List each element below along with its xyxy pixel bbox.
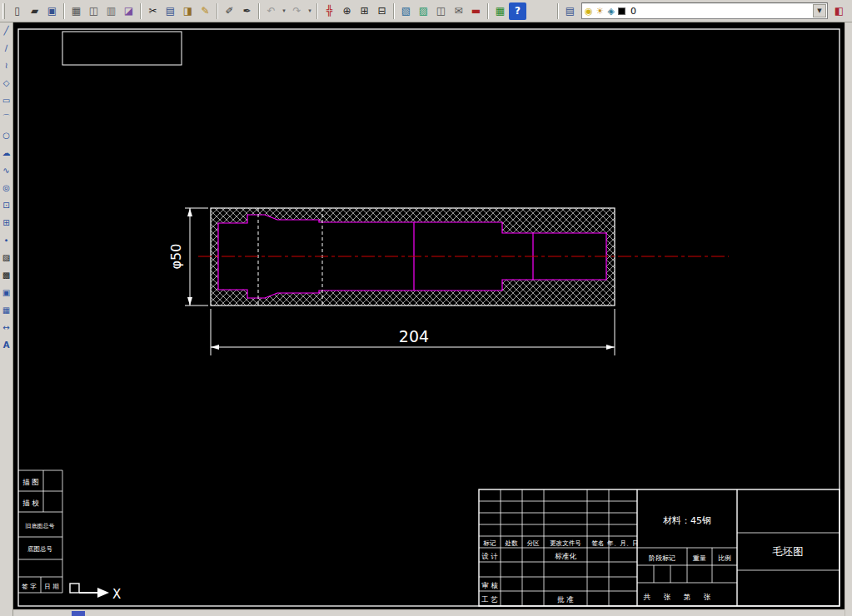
region-tool-icon[interactable]: ▣ — [1, 287, 12, 299]
standard-toolbar: ▯ ▰ ▣ ▦ ◫ ▥ ◪ ✂ ▤ ◨ ✎ ✐ ✒ — [2, 2, 526, 20]
layer-manager-icon[interactable]: ◧ — [830, 2, 848, 20]
insert-block-tool-icon[interactable]: ⊡ — [1, 200, 12, 211]
scrollbar-thumb[interactable] — [72, 611, 85, 616]
mtext-tool-icon[interactable]: A — [1, 340, 12, 351]
reference-book-icon[interactable]: ▬ — [467, 2, 485, 20]
paste-icon[interactable]: ◨ — [179, 2, 197, 20]
polygon-tool-icon[interactable]: ◇ — [1, 77, 12, 89]
cut-icon[interactable]: ✂ — [144, 2, 162, 20]
make-block-tool-icon[interactable]: ⊞ — [1, 217, 12, 229]
plot-icon[interactable]: ▥ — [102, 2, 120, 20]
revision-col-zone: 分区 — [527, 539, 541, 547]
sheet-label: 张 — [664, 593, 671, 601]
date-label: 日 期 — [44, 583, 58, 590]
table-icon[interactable]: ▦ — [491, 2, 509, 20]
revision-col-date: 年、月、日 — [606, 539, 639, 547]
copy-icon[interactable]: ▤ — [162, 2, 179, 20]
help-icon[interactable]: ? — [509, 2, 526, 20]
revcloud-tool-icon[interactable]: ☁ — [1, 147, 12, 159]
xline-tool-icon[interactable]: ∕ — [1, 42, 12, 54]
match-properties-icon[interactable]: ✎ — [197, 2, 214, 20]
title-block[interactable]: 标记 处数 分区 更改文件号 签名 年、月、日 设 计 标准化 审 核 工 艺 … — [479, 489, 840, 606]
pencil-edit-icon[interactable]: ✐ — [221, 2, 238, 20]
layers-icon[interactable]: ▤ — [561, 2, 579, 20]
open-file-icon[interactable]: ▰ — [26, 2, 43, 20]
x-axis-label: X — [112, 587, 121, 602]
tracing-label: 描 图 — [22, 478, 39, 486]
redo-caret-icon[interactable]: ▾ — [306, 2, 314, 20]
spline-tool-icon[interactable]: ∿ — [1, 165, 12, 176]
table-tool-icon[interactable]: ▦ — [1, 305, 12, 316]
print-preview-icon[interactable]: ◫ — [85, 2, 102, 20]
revision-col-signature: 签名 — [592, 539, 605, 547]
circle-tool-icon[interactable]: ○ — [1, 130, 12, 142]
layer-dropdown-arrow-icon[interactable]: ▼ — [813, 4, 826, 17]
design-label: 设 计 — [481, 552, 498, 560]
pan-icon[interactable]: ╬ — [321, 2, 338, 20]
stage-mark-label: 阶段标记 — [649, 554, 675, 562]
current-layer-name: 0 — [630, 6, 636, 17]
save-icon[interactable]: ▣ — [43, 2, 61, 20]
standardization-label: 标准化 — [555, 552, 576, 560]
redo-icon[interactable]: ↷ — [288, 2, 306, 20]
markup-icon[interactable]: ✉ — [450, 2, 467, 20]
polyline-tool-icon[interactable]: ≀ — [1, 60, 12, 72]
dimension-length[interactable]: 204 — [211, 309, 615, 355]
drawing-canvas[interactable]: φ50 204 — [13, 22, 845, 609]
sheet-set-icon[interactable]: ◫ — [432, 2, 450, 20]
separator — [217, 3, 218, 19]
new-file-icon[interactable]: ▯ — [8, 2, 26, 20]
horizontal-scrollbar[interactable] — [13, 609, 845, 616]
zoom-window-icon[interactable]: ⊞ — [356, 2, 373, 20]
revision-col-count: 处数 — [505, 539, 519, 547]
sheet-total-label: 共 — [643, 593, 651, 601]
ucs-icon: X — [70, 584, 121, 602]
drawing-frame — [18, 29, 840, 606]
dim-diameter-text: φ50 — [168, 244, 184, 270]
print-icon[interactable]: ▦ — [67, 2, 85, 20]
rectangle-tool-icon[interactable]: ▭ — [1, 95, 12, 107]
hatch-tool-icon[interactable]: ▨ — [1, 252, 12, 264]
ellipse-tool-icon[interactable]: ◎ — [1, 182, 12, 194]
gradient-tool-icon[interactable]: ▩ — [1, 270, 12, 281]
separator — [316, 3, 318, 19]
separator — [63, 3, 65, 19]
approve-label: 批 准 — [556, 595, 574, 604]
material-text: 材料：45钢 — [663, 515, 711, 526]
separator — [557, 3, 559, 19]
revision-col-fileno: 更改文件号 — [550, 539, 581, 547]
sign-label: 签 字 — [22, 583, 37, 590]
dimension-tool-icon[interactable]: ↔ — [1, 322, 12, 334]
layer-combo[interactable]: ◉ ☀ ◈ 0 ▼ — [581, 2, 828, 19]
design-center-icon[interactable]: ▧ — [397, 2, 415, 20]
old-base-no-label: 旧底图总号 — [26, 523, 55, 529]
tool-palettes-icon[interactable]: ▨ — [415, 2, 432, 20]
line-tool-icon[interactable]: ╱ — [1, 25, 12, 37]
vertical-scrollbar[interactable] — [845, 22, 852, 616]
layer-previous-icon[interactable]: ◨ — [848, 2, 852, 20]
separator — [140, 3, 142, 19]
draw-toolbar: ╱ ∕ ≀ ◇ ▭ ⌒ ○ ☁ ∿ ◎ ⊡ ⊞ ∙ ▨ ▩ ▣ ▦ ↔ A — [0, 22, 13, 616]
base-no-label: 底图总号 — [27, 545, 53, 553]
toolbar-grip[interactable] — [2, 3, 5, 19]
scale-label: 比例 — [718, 554, 731, 562]
left-frame-table[interactable]: 描 图 描 校 旧底图总号 底图总号 签 字 日 期 — [18, 470, 62, 593]
separator — [393, 3, 395, 19]
pen-edit-icon[interactable]: ✒ — [238, 2, 256, 20]
top-toolbar: ▯ ▰ ▣ ▦ ◫ ▥ ◪ ✂ ▤ ◨ ✎ ✐ ✒ — [0, 0, 852, 22]
undo-caret-icon[interactable]: ▾ — [280, 2, 288, 20]
drawing-title-text: 毛坯图 — [772, 545, 804, 558]
undo-icon[interactable]: ↶ — [262, 2, 280, 20]
arc-tool-icon[interactable]: ⌒ — [1, 112, 12, 124]
dim-length-text: 204 — [399, 327, 429, 345]
layer-lock-icon[interactable]: ◈ — [607, 7, 614, 16]
zoom-previous-icon[interactable]: ⊟ — [373, 2, 391, 20]
layer-freeze-sun-icon[interactable]: ☀ — [596, 7, 605, 16]
layer-on-bulb-icon[interactable]: ◉ — [585, 7, 593, 16]
layer-color-swatch[interactable] — [618, 7, 625, 15]
publish-icon[interactable]: ◪ — [120, 2, 137, 20]
sheet-no-label: 第 — [684, 593, 691, 601]
separator — [258, 3, 260, 19]
point-tool-icon[interactable]: ∙ — [1, 235, 12, 246]
zoom-realtime-icon[interactable]: ⊕ — [338, 2, 356, 20]
